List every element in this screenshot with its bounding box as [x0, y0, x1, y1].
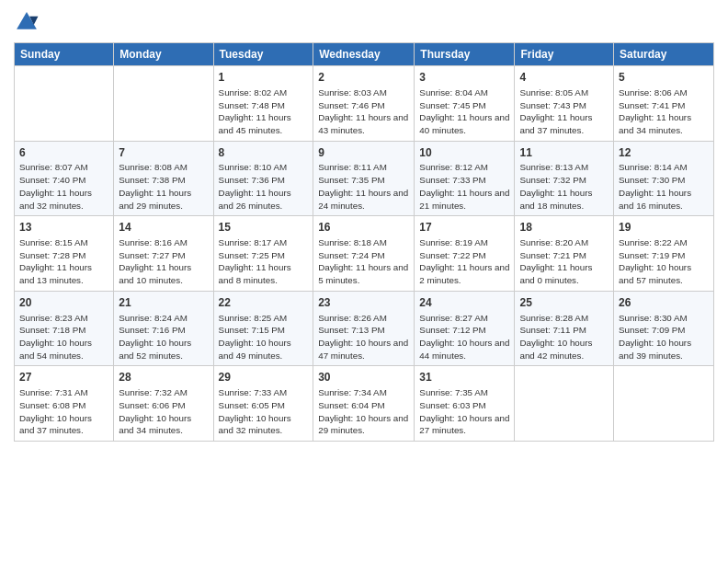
day-cell: [614, 366, 714, 442]
day-cell: 20Sunrise: 8:23 AM Sunset: 7:18 PM Dayli…: [15, 291, 114, 366]
day-cell: 19Sunrise: 8:22 AM Sunset: 7:19 PM Dayli…: [614, 216, 714, 292]
day-number: 4: [519, 70, 609, 86]
day-number: 28: [119, 370, 208, 385]
day-number: 8: [219, 145, 309, 161]
day-number: 12: [619, 145, 709, 161]
day-number: 30: [318, 370, 409, 385]
day-cell: 24Sunrise: 8:27 AM Sunset: 7:12 PM Dayli…: [415, 291, 515, 366]
day-cell: [15, 66, 114, 142]
page-container: SundayMondayTuesdayWednesdayThursdayFrid…: [0, 0, 728, 451]
day-cell: 8Sunrise: 8:10 AM Sunset: 7:36 PM Daylig…: [213, 141, 313, 216]
day-number: 19: [619, 220, 709, 236]
week-row-2: 6Sunrise: 8:07 AM Sunset: 7:40 PM Daylig…: [15, 141, 714, 216]
day-info: Sunrise: 8:05 AM Sunset: 7:43 PM Dayligh…: [519, 86, 609, 137]
day-info: Sunrise: 8:24 AM Sunset: 7:16 PM Dayligh…: [119, 312, 208, 362]
day-cell: 27Sunrise: 7:31 AM Sunset: 6:08 PM Dayli…: [15, 366, 114, 442]
day-number: 9: [318, 145, 409, 161]
day-info: Sunrise: 8:20 AM Sunset: 7:21 PM Dayligh…: [519, 236, 609, 287]
day-cell: 6Sunrise: 8:07 AM Sunset: 7:40 PM Daylig…: [15, 141, 114, 216]
day-number: 14: [119, 220, 208, 236]
day-info: Sunrise: 8:26 AM Sunset: 7:13 PM Dayligh…: [318, 312, 409, 362]
day-number: 6: [19, 145, 108, 161]
day-number: 20: [19, 295, 108, 311]
logo-icon: [14, 9, 40, 35]
day-info: Sunrise: 7:33 AM Sunset: 6:05 PM Dayligh…: [219, 386, 309, 437]
day-number: 11: [519, 145, 609, 161]
day-cell: 5Sunrise: 8:06 AM Sunset: 7:41 PM Daylig…: [614, 66, 714, 142]
day-cell: 26Sunrise: 8:30 AM Sunset: 7:09 PM Dayli…: [614, 291, 714, 366]
day-cell: 21Sunrise: 8:24 AM Sunset: 7:16 PM Dayli…: [114, 291, 213, 366]
day-cell: 12Sunrise: 8:14 AM Sunset: 7:30 PM Dayli…: [614, 141, 714, 216]
day-info: Sunrise: 8:27 AM Sunset: 7:12 PM Dayligh…: [419, 312, 509, 362]
day-number: 21: [119, 295, 208, 311]
day-number: 22: [219, 295, 309, 311]
header: [14, 9, 714, 35]
day-info: Sunrise: 8:28 AM Sunset: 7:11 PM Dayligh…: [519, 312, 609, 362]
day-number: 13: [19, 220, 108, 236]
day-number: 5: [619, 70, 709, 86]
day-number: 16: [318, 220, 409, 236]
day-cell: 9Sunrise: 8:11 AM Sunset: 7:35 PM Daylig…: [313, 141, 415, 216]
header-cell-sunday: Sunday: [15, 43, 114, 66]
day-cell: 3Sunrise: 8:04 AM Sunset: 7:45 PM Daylig…: [415, 66, 515, 142]
day-cell: 23Sunrise: 8:26 AM Sunset: 7:13 PM Dayli…: [313, 291, 415, 366]
day-number: 1: [219, 70, 309, 86]
day-cell: 14Sunrise: 8:16 AM Sunset: 7:27 PM Dayli…: [114, 216, 213, 292]
day-info: Sunrise: 8:15 AM Sunset: 7:28 PM Dayligh…: [19, 236, 108, 287]
day-info: Sunrise: 7:32 AM Sunset: 6:06 PM Dayligh…: [119, 386, 208, 437]
day-cell: 17Sunrise: 8:19 AM Sunset: 7:22 PM Dayli…: [415, 216, 515, 292]
header-row: SundayMondayTuesdayWednesdayThursdayFrid…: [15, 43, 714, 66]
day-cell: 18Sunrise: 8:20 AM Sunset: 7:21 PM Dayli…: [515, 216, 614, 292]
day-info: Sunrise: 8:11 AM Sunset: 7:35 PM Dayligh…: [318, 161, 409, 212]
day-info: Sunrise: 8:12 AM Sunset: 7:33 PM Dayligh…: [419, 161, 509, 212]
week-row-5: 27Sunrise: 7:31 AM Sunset: 6:08 PM Dayli…: [15, 366, 714, 442]
day-info: Sunrise: 8:03 AM Sunset: 7:46 PM Dayligh…: [318, 86, 409, 137]
header-cell-saturday: Saturday: [614, 43, 714, 66]
day-info: Sunrise: 8:07 AM Sunset: 7:40 PM Dayligh…: [19, 161, 108, 212]
day-info: Sunrise: 7:34 AM Sunset: 6:04 PM Dayligh…: [318, 386, 409, 437]
day-number: 15: [219, 220, 309, 236]
day-number: 18: [519, 220, 609, 236]
day-info: Sunrise: 8:14 AM Sunset: 7:30 PM Dayligh…: [619, 161, 709, 212]
week-row-3: 13Sunrise: 8:15 AM Sunset: 7:28 PM Dayli…: [15, 216, 714, 292]
day-info: Sunrise: 7:35 AM Sunset: 6:03 PM Dayligh…: [419, 386, 509, 437]
day-cell: 7Sunrise: 8:08 AM Sunset: 7:38 PM Daylig…: [114, 141, 213, 216]
day-cell: 10Sunrise: 8:12 AM Sunset: 7:33 PM Dayli…: [415, 141, 515, 216]
day-number: 29: [219, 370, 309, 385]
day-cell: 15Sunrise: 8:17 AM Sunset: 7:25 PM Dayli…: [213, 216, 313, 292]
header-cell-tuesday: Tuesday: [213, 43, 313, 66]
day-info: Sunrise: 8:17 AM Sunset: 7:25 PM Dayligh…: [219, 236, 309, 287]
day-number: 23: [318, 295, 409, 311]
day-cell: 11Sunrise: 8:13 AM Sunset: 7:32 PM Dayli…: [515, 141, 614, 216]
week-row-1: 1Sunrise: 8:02 AM Sunset: 7:48 PM Daylig…: [15, 66, 714, 142]
day-cell: 1Sunrise: 8:02 AM Sunset: 7:48 PM Daylig…: [213, 66, 313, 142]
header-cell-friday: Friday: [515, 43, 614, 66]
day-info: Sunrise: 8:04 AM Sunset: 7:45 PM Dayligh…: [419, 86, 509, 137]
day-info: Sunrise: 8:08 AM Sunset: 7:38 PM Dayligh…: [119, 161, 208, 212]
day-cell: 13Sunrise: 8:15 AM Sunset: 7:28 PM Dayli…: [15, 216, 114, 292]
day-cell: 25Sunrise: 8:28 AM Sunset: 7:11 PM Dayli…: [515, 291, 614, 366]
day-cell: 22Sunrise: 8:25 AM Sunset: 7:15 PM Dayli…: [213, 291, 313, 366]
day-number: 27: [19, 370, 108, 385]
day-info: Sunrise: 8:19 AM Sunset: 7:22 PM Dayligh…: [419, 236, 509, 287]
day-info: Sunrise: 8:13 AM Sunset: 7:32 PM Dayligh…: [519, 161, 609, 212]
header-cell-thursday: Thursday: [415, 43, 515, 66]
day-number: 7: [119, 145, 208, 161]
logo: [14, 9, 43, 35]
day-cell: [515, 366, 614, 442]
day-number: 3: [419, 70, 509, 86]
day-info: Sunrise: 8:18 AM Sunset: 7:24 PM Dayligh…: [318, 236, 409, 287]
day-info: Sunrise: 8:10 AM Sunset: 7:36 PM Dayligh…: [219, 161, 309, 212]
day-cell: 29Sunrise: 7:33 AM Sunset: 6:05 PM Dayli…: [213, 366, 313, 442]
day-info: Sunrise: 8:23 AM Sunset: 7:18 PM Dayligh…: [19, 312, 108, 362]
day-cell: [114, 66, 213, 142]
day-number: 31: [419, 370, 509, 385]
day-info: Sunrise: 8:30 AM Sunset: 7:09 PM Dayligh…: [619, 312, 709, 362]
day-number: 17: [419, 220, 509, 236]
day-info: Sunrise: 8:06 AM Sunset: 7:41 PM Dayligh…: [619, 86, 709, 137]
day-number: 24: [419, 295, 509, 311]
day-info: Sunrise: 8:02 AM Sunset: 7:48 PM Dayligh…: [219, 86, 309, 137]
header-cell-monday: Monday: [114, 43, 213, 66]
day-number: 25: [519, 295, 609, 311]
day-cell: 28Sunrise: 7:32 AM Sunset: 6:06 PM Dayli…: [114, 366, 213, 442]
